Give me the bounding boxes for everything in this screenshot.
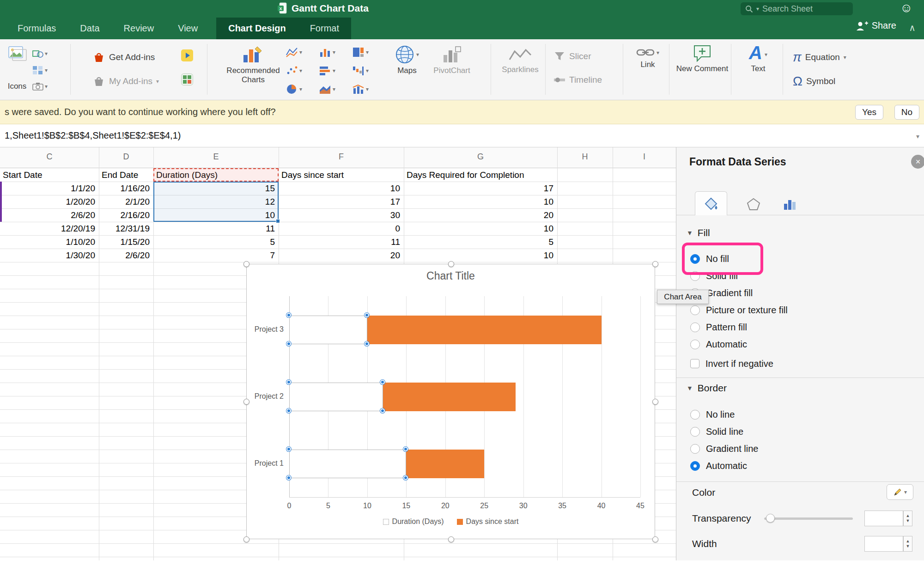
bar-duration-days[interactable] — [289, 316, 367, 344]
column-chart-button[interactable]: ▾ — [319, 47, 335, 58]
spreadsheet-grid[interactable]: Chart Title 051015202530354045Project 3P… — [0, 147, 676, 560]
data-cell[interactable]: 20 — [404, 208, 557, 222]
invert-if-negative-option[interactable]: Invert if negative — [690, 356, 773, 371]
step-up-icon[interactable]: ▲ — [906, 539, 910, 544]
addin-shortcut-button-2[interactable] — [181, 73, 193, 85]
pivotchart-button[interactable]: PivotChart — [429, 45, 475, 75]
ribbon-tab-review[interactable]: Review — [112, 18, 166, 39]
ribbon-tab-view[interactable]: View — [166, 18, 210, 39]
search-box[interactable]: ▾ Search Sheet — [741, 2, 853, 15]
width-input[interactable]: ▲▼ — [864, 536, 903, 552]
new-comment-button[interactable]: New Comment — [675, 44, 730, 73]
symbol-button[interactable]: Ω Symbol — [793, 74, 835, 89]
chart-selection-handle[interactable] — [243, 399, 249, 405]
formula-text[interactable]: 1,Sheet1!$B$2:$B$4,Sheet1!$E$2:$E$4,1) — [5, 130, 181, 141]
header-cell[interactable]: Days Required for Completion — [404, 168, 557, 182]
data-cell[interactable]: 17 — [279, 195, 404, 208]
stepper-buttons[interactable]: ▲▼ — [903, 511, 912, 526]
fill-option-pattern-fill[interactable]: Pattern fill — [690, 319, 747, 335]
ribbon-tab-formulas[interactable]: Formulas — [6, 18, 68, 39]
data-cell[interactable]: 2/16/20 — [99, 208, 153, 222]
chart-selection-handle[interactable] — [652, 536, 658, 542]
share-button[interactable]: Share — [856, 20, 896, 31]
data-cell[interactable]: 12/31/19 — [99, 222, 153, 235]
chart-selection-handle[interactable] — [448, 536, 454, 542]
data-cell[interactable]: 1/16/20 — [99, 182, 153, 195]
text-button[interactable]: A ▾ Text — [738, 43, 778, 73]
transparency-slider[interactable] — [764, 517, 853, 520]
fill-option-no-fill[interactable]: No fill — [690, 251, 729, 267]
step-down-icon[interactable]: ▼ — [906, 544, 910, 549]
bar-duration-days[interactable] — [289, 450, 406, 478]
area-chart-button[interactable]: ▾ — [319, 84, 335, 95]
chart-selection-handle[interactable] — [243, 536, 249, 542]
combo-chart-button[interactable]: ▾ — [352, 84, 369, 95]
ribbon-tab-format[interactable]: Format — [298, 18, 351, 39]
step-up-icon[interactable]: ▲ — [906, 513, 910, 518]
radio-icon[interactable] — [690, 322, 700, 332]
radio-icon[interactable] — [690, 305, 700, 315]
transparency-input[interactable]: ▲▼ — [864, 511, 903, 526]
column-header-E[interactable]: E — [153, 152, 279, 162]
step-down-icon[interactable]: ▼ — [906, 518, 910, 523]
my-addins-button[interactable]: My Add-ins ▾ — [92, 75, 159, 88]
data-cell[interactable]: 12/20/19 — [0, 222, 99, 235]
fill-option-picture-or-texture-fill[interactable]: Picture or texture fill — [690, 302, 788, 318]
radio-selected-icon[interactable] — [690, 254, 700, 264]
data-cell[interactable]: 17 — [404, 182, 557, 195]
link-button[interactable]: ▾ Link — [629, 47, 666, 69]
ribbon-tab-data[interactable]: Data — [68, 18, 111, 39]
sparklines-button[interactable]: Sparklines — [497, 48, 543, 74]
data-cell[interactable]: 1/15/20 — [99, 235, 153, 249]
checkbox-unchecked-icon[interactable] — [690, 359, 699, 368]
slider-knob[interactable] — [766, 514, 775, 523]
column-header-G[interactable]: G — [404, 152, 557, 162]
panel-tab-series-options[interactable] — [773, 194, 806, 215]
chart-title[interactable]: Chart Title — [247, 270, 655, 282]
data-cell[interactable]: 10 — [404, 195, 557, 208]
yes-button[interactable]: Yes — [855, 105, 883, 120]
panel-close-button[interactable]: × — [911, 155, 924, 169]
equation-button[interactable]: π Equation ▾ — [793, 50, 846, 65]
bar-days-since-start[interactable] — [367, 316, 602, 344]
data-cell[interactable]: 11 — [279, 235, 404, 249]
fill-option-solid-fill[interactable]: Solid fill — [690, 268, 738, 284]
header-cell[interactable]: End Date — [99, 168, 153, 182]
data-cell[interactable]: 2/6/20 — [99, 249, 153, 262]
data-cell[interactable]: 11 — [153, 222, 279, 235]
border-option-automatic[interactable]: Automatic — [690, 458, 747, 474]
data-cell[interactable]: 1/20/20 — [0, 195, 99, 208]
ribbon-tab-chart-design[interactable]: Chart Design — [216, 18, 298, 39]
column-header-I[interactable]: I — [613, 152, 676, 162]
data-cell[interactable]: 20 — [279, 249, 404, 262]
recommended-charts-button[interactable]: Recommended Charts — [227, 44, 279, 85]
data-cell[interactable]: 5 — [153, 235, 279, 249]
chart-selection-handle[interactable] — [652, 261, 658, 267]
screenshot-button[interactable]: ▾ — [32, 82, 48, 91]
chart-source-range-selection[interactable] — [153, 182, 279, 222]
slicer-button[interactable]: Slicer — [553, 51, 591, 62]
no-button[interactable]: No — [894, 105, 919, 120]
get-addins-button[interactable]: Get Add-ins — [92, 51, 155, 64]
radio-icon[interactable] — [690, 271, 700, 281]
data-cell[interactable]: 1/1/20 — [0, 182, 99, 195]
hierarchy-chart-button[interactable]: ▾ — [352, 47, 369, 58]
chart-legend[interactable]: Duration (Days)Days since start — [247, 517, 655, 526]
addin-shortcut-button[interactable] — [181, 49, 193, 61]
column-header-C[interactable]: C — [0, 152, 99, 162]
chart-selection-handle[interactable] — [448, 261, 454, 267]
line-chart-button[interactable]: ▾ — [286, 47, 302, 58]
data-cell[interactable]: 2/6/20 — [0, 208, 99, 222]
fill-section-header[interactable]: ▼ Fill — [687, 226, 710, 240]
bar-days-since-start[interactable] — [383, 383, 516, 411]
radio-icon[interactable] — [690, 340, 700, 349]
embedded-chart[interactable]: Chart Title 051015202530354045Project 3P… — [246, 264, 655, 539]
chart-selection-handle[interactable] — [243, 261, 249, 267]
fill-option-automatic[interactable]: Automatic — [690, 336, 747, 352]
chart-selection-handle[interactable] — [652, 399, 658, 405]
data-cell[interactable]: 0 — [279, 222, 404, 235]
data-cell[interactable]: 30 — [279, 208, 404, 222]
icons-button[interactable] — [5, 45, 30, 62]
data-cell[interactable]: 10 — [279, 182, 404, 195]
shapes-button[interactable]: ▾ — [32, 49, 48, 59]
